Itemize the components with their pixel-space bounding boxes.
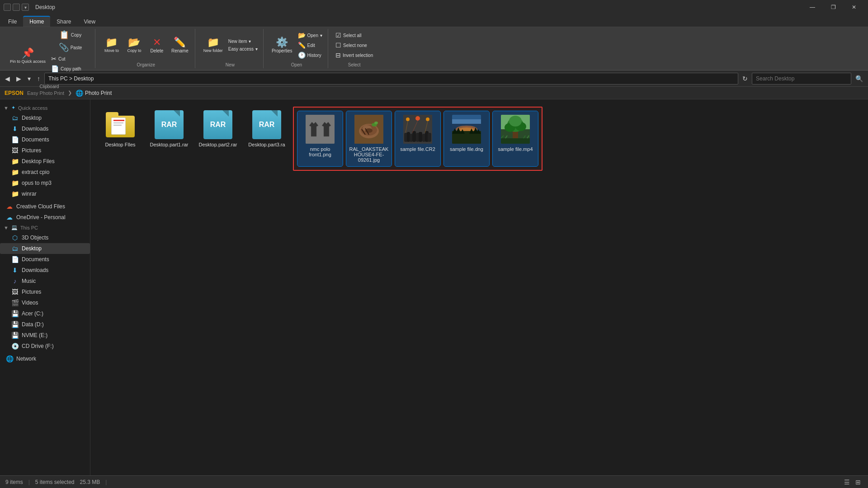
sidebar-item-creative-cloud[interactable]: ☁ Creative Cloud Files — [0, 201, 90, 212]
sidebar-item-3d-objects[interactable]: ⬡ 3D Objects — [0, 232, 90, 243]
sidebar-item-desktop-pc[interactable]: 🗂 Desktop — [0, 243, 90, 254]
invert-icon: ⊟ — [335, 52, 341, 59]
select-items-col: ☑ Select all ☐ Select none ⊟ Invert sele… — [334, 31, 375, 60]
tab-view[interactable]: View — [77, 17, 102, 27]
select-all-icon: ☑ — [335, 32, 341, 39]
collapse-icon: ▼ — [4, 105, 9, 111]
quick-access-heading[interactable]: ▼ ✦ Quick access — [0, 103, 90, 113]
file-item-steak[interactable]: RAL_OAKSTEAKHOUSE4-FE-09261.jpg — [346, 111, 392, 166]
forward-button[interactable]: ▶ — [14, 74, 24, 83]
details-view-button[interactable]: ☰ — [842, 478, 852, 487]
documents-pc-icon: 📄 — [11, 256, 19, 263]
pin-to-quick-access-button[interactable]: 📌 Pin to Quick access — [7, 47, 48, 66]
file-name-cr2: sample file.CR2 — [400, 146, 435, 152]
properties-button[interactable]: ⚙️ Properties — [269, 36, 295, 55]
tab-file[interactable]: File — [2, 17, 23, 27]
sidebar-item-cd-drive[interactable]: 💿 CD Drive (F:) — [0, 341, 90, 352]
open-group: ⚙️ Properties 📂 Open ▾ ✏️ Edit 🕐 History — [265, 29, 328, 68]
new-item-button[interactable]: New item ▾ — [226, 38, 259, 45]
close-button[interactable]: ✕ — [844, 0, 864, 14]
tiles-view-button[interactable]: ⊞ — [854, 478, 863, 487]
title-icon-3: ▾ — [22, 4, 29, 11]
sidebar-item-acer-c[interactable]: 💾 Acer (C:) — [0, 308, 90, 319]
file-item-nmc-polo[interactable]: nmc polo front1.png — [297, 111, 343, 166]
file-content[interactable]: Desktop FIles RAR Desktop.part1.rar RAR … — [90, 99, 868, 475]
sidebar-item-extract-cpio[interactable]: 📁 extract cpio — [0, 167, 90, 178]
tab-home[interactable]: Home — [23, 16, 50, 27]
file-item-part1-rar[interactable]: RAR Desktop.part1.rar — [146, 107, 192, 171]
recent-button[interactable]: ▾ — [25, 74, 33, 83]
sidebar-item-network[interactable]: 🌐 Network — [0, 353, 90, 364]
file-item-part3-rar[interactable]: RAR Desktop.part3.ra — [244, 107, 289, 171]
onedrive-icon: ☁ — [5, 214, 14, 221]
copy-button[interactable]: 📋 Copy — [49, 29, 91, 41]
minimize-button[interactable]: — — [802, 0, 823, 14]
sidebar-item-downloads[interactable]: ⬇ Downloads 📌 — [0, 123, 90, 134]
copy-path-button[interactable]: 📄 Copy path — [49, 64, 91, 73]
cut-button[interactable]: ✂ Cut — [49, 54, 91, 63]
videos-label: Videos — [22, 300, 38, 306]
select-all-button[interactable]: ☑ Select all — [334, 31, 375, 40]
sidebar-item-opus-to-mp3[interactable]: 📁 opus to mp3 — [0, 178, 90, 188]
sidebar-item-pictures[interactable]: 🖼 Pictures — [0, 145, 90, 156]
edit-button[interactable]: ✏️ Edit — [296, 41, 324, 50]
move-icon: 📁 — [105, 38, 118, 47]
sidebar-item-music[interactable]: ♪ Music — [0, 276, 90, 286]
search-button[interactable]: 🔍 — [853, 74, 865, 83]
cd-drive-label: CD Drive (F:) — [22, 343, 54, 349]
desktop-item-label: Desktop — [22, 115, 42, 121]
sidebar-item-documents[interactable]: 📄 Documents 📌 — [0, 134, 90, 145]
move-to-button[interactable]: 📁 Move to — [101, 36, 123, 55]
file-name-part2-rar: Desktop.part2.rar — [199, 142, 237, 147]
sidebar-item-onedrive[interactable]: ☁ OneDrive - Personal — [0, 212, 90, 223]
back-button[interactable]: ◀ — [3, 74, 12, 83]
easy-access-button[interactable]: Easy access ▾ — [226, 46, 259, 52]
creative-cloud-label: Creative Cloud Files — [16, 203, 65, 210]
sidebar-item-documents-pc[interactable]: 📄 Documents — [0, 254, 90, 265]
rar-icon-2: RAR — [203, 110, 232, 139]
sidebar-item-videos[interactable]: 🎬 Videos — [0, 297, 90, 308]
file-name-mp4: sample file.mp4 — [498, 146, 533, 152]
file-item-mp4[interactable]: sample file.mp4 — [493, 111, 538, 166]
search-input[interactable] — [752, 73, 851, 84]
maximize-button[interactable]: ❐ — [823, 0, 844, 14]
sidebar-item-pictures-pc[interactable]: 🖼 Pictures — [0, 286, 90, 297]
invert-selection-button[interactable]: ⊟ Invert selection — [334, 51, 375, 60]
rename-icon: ✏️ — [174, 38, 186, 47]
mp4-svg — [501, 115, 530, 144]
copy-to-button[interactable]: 📂 Copy to — [123, 36, 145, 55]
window-controls[interactable]: — ❐ ✕ — [802, 0, 864, 14]
quick-access-section: ▼ ✦ Quick access 🗂 Desktop 📌 ⬇ Downloads… — [0, 103, 90, 199]
file-item-desktop-files[interactable]: Desktop FIles — [98, 107, 143, 171]
file-item-cr2[interactable]: sample file.CR2 — [395, 111, 440, 166]
downloads-label: Downloads — [22, 126, 48, 132]
delete-icon: ✕ — [153, 38, 161, 47]
address-input[interactable] — [44, 73, 738, 84]
up-button[interactable]: ↑ — [35, 74, 42, 83]
svg-rect-0 — [306, 115, 335, 144]
sidebar-item-downloads-pc[interactable]: ⬇ Downloads — [0, 265, 90, 276]
rename-button[interactable]: ✏️ Rename — [169, 36, 191, 55]
this-pc-heading[interactable]: ▼ 💻 This PC — [0, 223, 90, 232]
extract-cpio-icon: 📁 — [11, 169, 19, 176]
tab-share[interactable]: Share — [50, 17, 77, 27]
history-button[interactable]: 🕐 History — [296, 51, 324, 60]
delete-button[interactable]: ✕ Delete — [146, 36, 168, 55]
sidebar-item-data-d[interactable]: 💾 Data (D:) — [0, 319, 90, 330]
refresh-button[interactable]: ↻ — [740, 74, 750, 83]
new-folder-button[interactable]: 📁 New folder — [201, 36, 226, 55]
organize-group: 📁 Move to 📂 Copy to ✕ Delete ✏️ Rename O… — [97, 29, 195, 68]
file-name-steak: RAL_OAKSTEAKHOUSE4-FE-09261.jpg — [349, 146, 389, 163]
copy-path-icon: 📄 — [51, 65, 59, 72]
sidebar-item-desktop[interactable]: 🗂 Desktop 📌 — [0, 113, 90, 123]
file-item-dng[interactable]: sample file.dng — [444, 111, 489, 166]
sidebar-item-desktop-files[interactable]: 📁 Desktop Files — [0, 156, 90, 167]
file-item-part2-rar[interactable]: RAR Desktop.part2.rar — [195, 107, 241, 171]
svg-point-39 — [509, 116, 522, 127]
desktop-files-icon: 📁 — [11, 158, 19, 165]
select-none-button[interactable]: ☐ Select none — [334, 41, 375, 50]
sidebar-item-nvme-e[interactable]: 💾 NVME (E:) — [0, 330, 90, 341]
sidebar-item-winrar[interactable]: 📁 winrar — [0, 188, 90, 199]
paste-button[interactable]: 📎 Paste — [49, 42, 91, 53]
open-button[interactable]: 📂 Open ▾ — [296, 31, 324, 40]
